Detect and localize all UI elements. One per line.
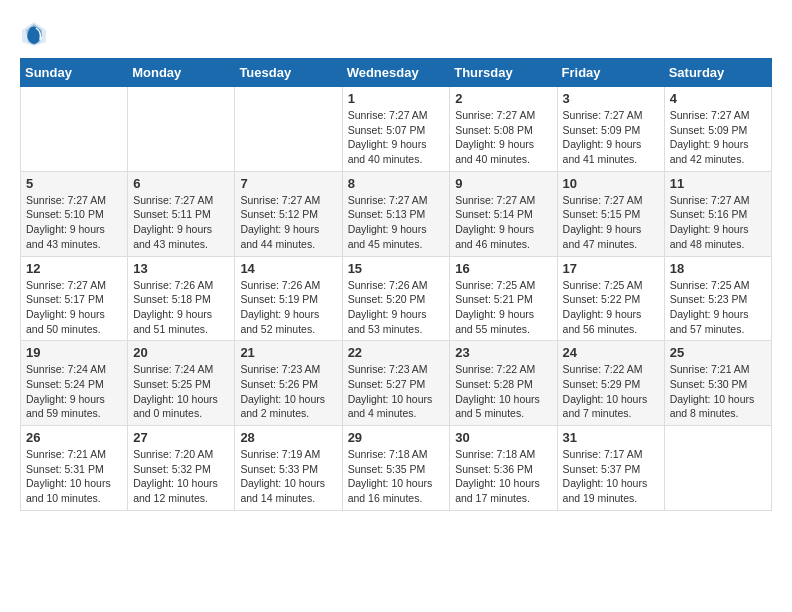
calendar-cell: 27Sunrise: 7:20 AM Sunset: 5:32 PM Dayli… bbox=[128, 426, 235, 511]
weekday-header: Saturday bbox=[664, 59, 771, 87]
calendar-cell: 23Sunrise: 7:22 AM Sunset: 5:28 PM Dayli… bbox=[450, 341, 557, 426]
day-info: Sunrise: 7:19 AM Sunset: 5:33 PM Dayligh… bbox=[240, 447, 336, 506]
calendar-cell: 29Sunrise: 7:18 AM Sunset: 5:35 PM Dayli… bbox=[342, 426, 450, 511]
logo bbox=[20, 20, 50, 48]
calendar-cell: 13Sunrise: 7:26 AM Sunset: 5:18 PM Dayli… bbox=[128, 256, 235, 341]
calendar-cell bbox=[235, 87, 342, 172]
logo-icon bbox=[20, 20, 48, 48]
day-info: Sunrise: 7:26 AM Sunset: 5:18 PM Dayligh… bbox=[133, 278, 229, 337]
page-header bbox=[20, 20, 772, 48]
day-number: 4 bbox=[670, 91, 766, 106]
day-number: 2 bbox=[455, 91, 551, 106]
calendar-cell: 30Sunrise: 7:18 AM Sunset: 5:36 PM Dayli… bbox=[450, 426, 557, 511]
day-number: 10 bbox=[563, 176, 659, 191]
day-info: Sunrise: 7:21 AM Sunset: 5:30 PM Dayligh… bbox=[670, 362, 766, 421]
day-info: Sunrise: 7:24 AM Sunset: 5:25 PM Dayligh… bbox=[133, 362, 229, 421]
day-number: 29 bbox=[348, 430, 445, 445]
calendar-week-row: 5Sunrise: 7:27 AM Sunset: 5:10 PM Daylig… bbox=[21, 171, 772, 256]
calendar-cell: 22Sunrise: 7:23 AM Sunset: 5:27 PM Dayli… bbox=[342, 341, 450, 426]
calendar-cell: 7Sunrise: 7:27 AM Sunset: 5:12 PM Daylig… bbox=[235, 171, 342, 256]
calendar-cell bbox=[664, 426, 771, 511]
calendar-cell: 4Sunrise: 7:27 AM Sunset: 5:09 PM Daylig… bbox=[664, 87, 771, 172]
weekday-header: Tuesday bbox=[235, 59, 342, 87]
day-number: 13 bbox=[133, 261, 229, 276]
day-number: 5 bbox=[26, 176, 122, 191]
calendar-cell: 14Sunrise: 7:26 AM Sunset: 5:19 PM Dayli… bbox=[235, 256, 342, 341]
calendar-cell: 28Sunrise: 7:19 AM Sunset: 5:33 PM Dayli… bbox=[235, 426, 342, 511]
day-info: Sunrise: 7:23 AM Sunset: 5:27 PM Dayligh… bbox=[348, 362, 445, 421]
calendar-cell: 16Sunrise: 7:25 AM Sunset: 5:21 PM Dayli… bbox=[450, 256, 557, 341]
day-info: Sunrise: 7:20 AM Sunset: 5:32 PM Dayligh… bbox=[133, 447, 229, 506]
day-number: 23 bbox=[455, 345, 551, 360]
day-info: Sunrise: 7:25 AM Sunset: 5:22 PM Dayligh… bbox=[563, 278, 659, 337]
calendar-cell: 20Sunrise: 7:24 AM Sunset: 5:25 PM Dayli… bbox=[128, 341, 235, 426]
day-info: Sunrise: 7:27 AM Sunset: 5:15 PM Dayligh… bbox=[563, 193, 659, 252]
day-info: Sunrise: 7:27 AM Sunset: 5:09 PM Dayligh… bbox=[670, 108, 766, 167]
day-info: Sunrise: 7:27 AM Sunset: 5:08 PM Dayligh… bbox=[455, 108, 551, 167]
calendar-week-row: 1Sunrise: 7:27 AM Sunset: 5:07 PM Daylig… bbox=[21, 87, 772, 172]
day-info: Sunrise: 7:27 AM Sunset: 5:13 PM Dayligh… bbox=[348, 193, 445, 252]
day-info: Sunrise: 7:18 AM Sunset: 5:36 PM Dayligh… bbox=[455, 447, 551, 506]
day-number: 25 bbox=[670, 345, 766, 360]
calendar-cell: 19Sunrise: 7:24 AM Sunset: 5:24 PM Dayli… bbox=[21, 341, 128, 426]
calendar-header-row: SundayMondayTuesdayWednesdayThursdayFrid… bbox=[21, 59, 772, 87]
day-number: 31 bbox=[563, 430, 659, 445]
day-info: Sunrise: 7:25 AM Sunset: 5:23 PM Dayligh… bbox=[670, 278, 766, 337]
day-number: 3 bbox=[563, 91, 659, 106]
calendar-cell: 3Sunrise: 7:27 AM Sunset: 5:09 PM Daylig… bbox=[557, 87, 664, 172]
day-info: Sunrise: 7:22 AM Sunset: 5:28 PM Dayligh… bbox=[455, 362, 551, 421]
calendar-cell: 8Sunrise: 7:27 AM Sunset: 5:13 PM Daylig… bbox=[342, 171, 450, 256]
day-number: 8 bbox=[348, 176, 445, 191]
calendar-cell bbox=[21, 87, 128, 172]
day-number: 16 bbox=[455, 261, 551, 276]
calendar-week-row: 12Sunrise: 7:27 AM Sunset: 5:17 PM Dayli… bbox=[21, 256, 772, 341]
day-info: Sunrise: 7:27 AM Sunset: 5:10 PM Dayligh… bbox=[26, 193, 122, 252]
calendar-cell: 15Sunrise: 7:26 AM Sunset: 5:20 PM Dayli… bbox=[342, 256, 450, 341]
day-number: 12 bbox=[26, 261, 122, 276]
weekday-header: Monday bbox=[128, 59, 235, 87]
calendar-cell: 24Sunrise: 7:22 AM Sunset: 5:29 PM Dayli… bbox=[557, 341, 664, 426]
day-number: 7 bbox=[240, 176, 336, 191]
day-info: Sunrise: 7:17 AM Sunset: 5:37 PM Dayligh… bbox=[563, 447, 659, 506]
day-number: 1 bbox=[348, 91, 445, 106]
day-number: 30 bbox=[455, 430, 551, 445]
calendar-cell: 1Sunrise: 7:27 AM Sunset: 5:07 PM Daylig… bbox=[342, 87, 450, 172]
day-number: 22 bbox=[348, 345, 445, 360]
day-number: 9 bbox=[455, 176, 551, 191]
calendar-cell: 6Sunrise: 7:27 AM Sunset: 5:11 PM Daylig… bbox=[128, 171, 235, 256]
day-number: 21 bbox=[240, 345, 336, 360]
calendar-cell: 17Sunrise: 7:25 AM Sunset: 5:22 PM Dayli… bbox=[557, 256, 664, 341]
day-info: Sunrise: 7:27 AM Sunset: 5:12 PM Dayligh… bbox=[240, 193, 336, 252]
day-number: 26 bbox=[26, 430, 122, 445]
day-info: Sunrise: 7:18 AM Sunset: 5:35 PM Dayligh… bbox=[348, 447, 445, 506]
day-info: Sunrise: 7:25 AM Sunset: 5:21 PM Dayligh… bbox=[455, 278, 551, 337]
weekday-header: Sunday bbox=[21, 59, 128, 87]
calendar-week-row: 19Sunrise: 7:24 AM Sunset: 5:24 PM Dayli… bbox=[21, 341, 772, 426]
day-number: 15 bbox=[348, 261, 445, 276]
day-number: 20 bbox=[133, 345, 229, 360]
day-number: 18 bbox=[670, 261, 766, 276]
calendar-week-row: 26Sunrise: 7:21 AM Sunset: 5:31 PM Dayli… bbox=[21, 426, 772, 511]
day-info: Sunrise: 7:27 AM Sunset: 5:09 PM Dayligh… bbox=[563, 108, 659, 167]
calendar-cell: 10Sunrise: 7:27 AM Sunset: 5:15 PM Dayli… bbox=[557, 171, 664, 256]
day-info: Sunrise: 7:26 AM Sunset: 5:20 PM Dayligh… bbox=[348, 278, 445, 337]
day-number: 19 bbox=[26, 345, 122, 360]
day-info: Sunrise: 7:22 AM Sunset: 5:29 PM Dayligh… bbox=[563, 362, 659, 421]
day-number: 17 bbox=[563, 261, 659, 276]
calendar-cell: 18Sunrise: 7:25 AM Sunset: 5:23 PM Dayli… bbox=[664, 256, 771, 341]
calendar-cell: 5Sunrise: 7:27 AM Sunset: 5:10 PM Daylig… bbox=[21, 171, 128, 256]
calendar-cell: 25Sunrise: 7:21 AM Sunset: 5:30 PM Dayli… bbox=[664, 341, 771, 426]
day-info: Sunrise: 7:26 AM Sunset: 5:19 PM Dayligh… bbox=[240, 278, 336, 337]
weekday-header: Wednesday bbox=[342, 59, 450, 87]
weekday-header: Friday bbox=[557, 59, 664, 87]
calendar-cell: 2Sunrise: 7:27 AM Sunset: 5:08 PM Daylig… bbox=[450, 87, 557, 172]
day-number: 27 bbox=[133, 430, 229, 445]
day-number: 24 bbox=[563, 345, 659, 360]
calendar-cell: 12Sunrise: 7:27 AM Sunset: 5:17 PM Dayli… bbox=[21, 256, 128, 341]
day-number: 28 bbox=[240, 430, 336, 445]
day-number: 11 bbox=[670, 176, 766, 191]
weekday-header: Thursday bbox=[450, 59, 557, 87]
day-info: Sunrise: 7:23 AM Sunset: 5:26 PM Dayligh… bbox=[240, 362, 336, 421]
day-info: Sunrise: 7:27 AM Sunset: 5:07 PM Dayligh… bbox=[348, 108, 445, 167]
calendar-cell: 9Sunrise: 7:27 AM Sunset: 5:14 PM Daylig… bbox=[450, 171, 557, 256]
